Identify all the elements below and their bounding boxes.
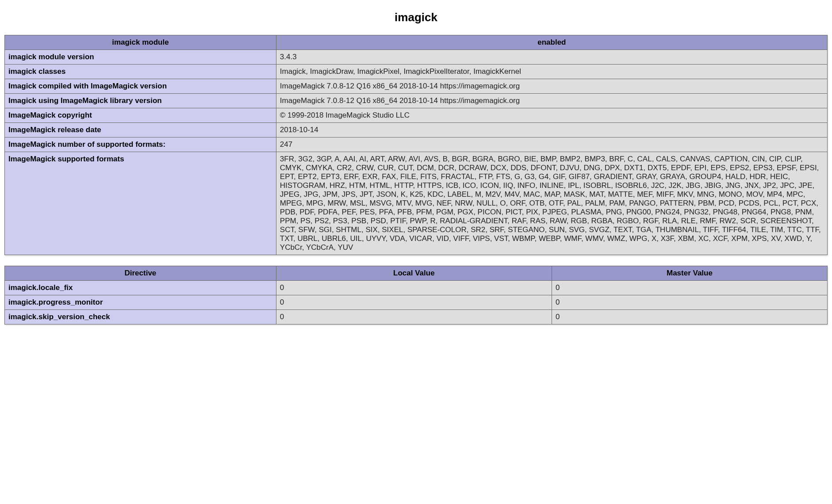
info-key: imagick module version [5, 50, 276, 65]
table-row: imagick classes Imagick, ImagickDraw, Im… [5, 65, 828, 79]
master-value-header: Master Value [552, 266, 827, 281]
table-row: ImageMagick copyright © 1999-2018 ImageM… [5, 108, 828, 123]
local-value: 0 [276, 310, 552, 325]
directive-table-body: imagick.locale_fix 0 0 imagick.progress_… [5, 281, 828, 325]
master-value: 0 [552, 310, 827, 325]
section-title: imagick [4, 11, 828, 24]
info-value: ImageMagick 7.0.8-12 Q16 x86_64 2018-10-… [276, 94, 827, 108]
directive-key: imagick.locale_fix [5, 281, 276, 295]
directive-key: imagick.progress_monitor [5, 295, 276, 310]
table-row: ImageMagick supported formats 3FR, 3G2, … [5, 152, 828, 255]
info-key: Imagick using ImageMagick library versio… [5, 94, 276, 108]
info-value: 2018-10-14 [276, 123, 827, 137]
info-table-body: imagick module version 3.4.3 imagick cla… [5, 50, 828, 255]
directive-table: Directive Local Value Master Value imagi… [4, 266, 828, 325]
info-table: imagick module enabled imagick module ve… [4, 35, 828, 255]
directive-table-header-row: Directive Local Value Master Value [5, 266, 828, 281]
info-key: Imagick compiled with ImageMagick versio… [5, 79, 276, 94]
info-table-header-row: imagick module enabled [5, 35, 828, 50]
info-key: imagick classes [5, 65, 276, 79]
master-value: 0 [552, 295, 827, 310]
local-value: 0 [276, 295, 552, 310]
info-value: 247 [276, 137, 827, 152]
local-value-header: Local Value [276, 266, 552, 281]
info-key: ImageMagick supported formats [5, 152, 276, 255]
directive-key: imagick.skip_version_check [5, 310, 276, 325]
info-value: ImageMagick 7.0.8-12 Q16 x86_64 2018-10-… [276, 79, 827, 94]
info-key: ImageMagick release date [5, 123, 276, 137]
directive-header: Directive [5, 266, 276, 281]
table-row: ImageMagick number of supported formats:… [5, 137, 828, 152]
info-value: 3.4.3 [276, 50, 827, 65]
table-row: imagick.locale_fix 0 0 [5, 281, 828, 295]
info-table-header-right: enabled [276, 35, 827, 50]
info-key: ImageMagick copyright [5, 108, 276, 123]
info-value: 3FR, 3G2, 3GP, A, AAI, AI, ART, ARW, AVI… [276, 152, 827, 255]
master-value: 0 [552, 281, 827, 295]
info-value: Imagick, ImagickDraw, ImagickPixel, Imag… [276, 65, 827, 79]
table-row: Imagick using ImageMagick library versio… [5, 94, 828, 108]
table-row: ImageMagick release date 2018-10-14 [5, 123, 828, 137]
table-row: imagick module version 3.4.3 [5, 50, 828, 65]
info-table-header-left: imagick module [5, 35, 276, 50]
info-key: ImageMagick number of supported formats: [5, 137, 276, 152]
local-value: 0 [276, 281, 552, 295]
table-row: imagick.progress_monitor 0 0 [5, 295, 828, 310]
table-row: Imagick compiled with ImageMagick versio… [5, 79, 828, 94]
info-value: © 1999-2018 ImageMagick Studio LLC [276, 108, 827, 123]
table-row: imagick.skip_version_check 0 0 [5, 310, 828, 325]
